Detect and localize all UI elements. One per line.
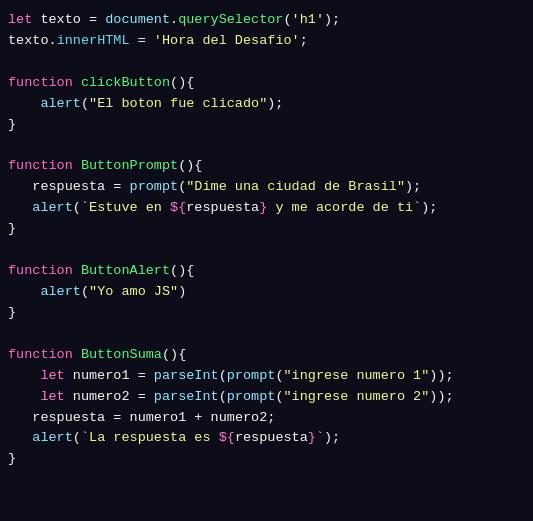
code-line: let numero1 = parseInt(prompt("ingrese n… [8,366,525,387]
code-line: respuesta = prompt("Dime una ciudad de B… [8,177,525,198]
code-line: texto.innerHTML = 'Hora del Desafio'; [8,31,525,52]
code-line [8,240,525,261]
code-line: } [8,303,525,324]
code-line: } [8,449,525,470]
code-line: alert(`Estuve en ${respuesta} y me acord… [8,198,525,219]
code-line: alert("El boton fue clicado"); [8,94,525,115]
code-line: alert(`La respuesta es ${respuesta}`); [8,428,525,449]
code-line [8,324,525,345]
code-line: alert("Yo amo JS") [8,282,525,303]
code-line: let texto = document.querySelector('h1')… [8,10,525,31]
code-line: function ButtonAlert(){ [8,261,525,282]
code-line [8,136,525,157]
code-line: let numero2 = parseInt(prompt("ingrese n… [8,387,525,408]
code-line: function clickButton(){ [8,73,525,94]
code-editor: let texto = document.querySelector('h1')… [0,0,533,521]
code-line [8,52,525,73]
code-line: } [8,115,525,136]
code-line: function ButtonPrompt(){ [8,156,525,177]
code-line: } [8,219,525,240]
code-line: function ButtonSuma(){ [8,345,525,366]
code-line: respuesta = numero1 + numero2; [8,408,525,429]
